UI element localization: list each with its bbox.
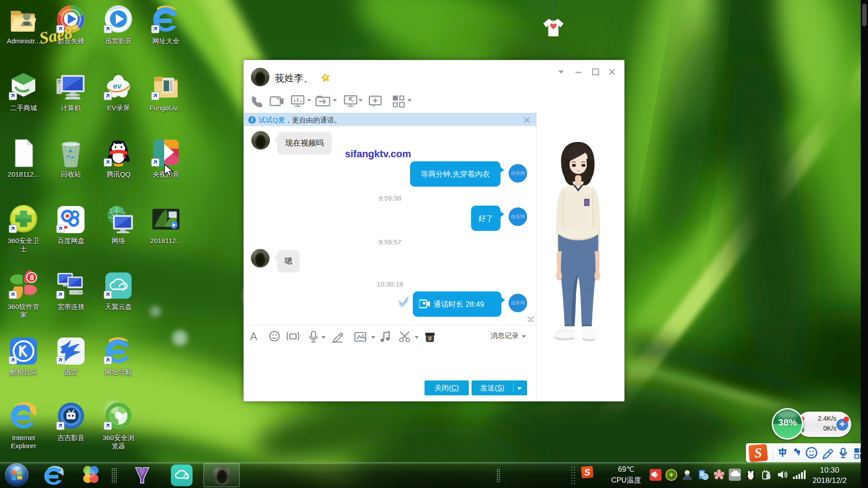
svg-text:A: A [250, 330, 257, 343]
svg-text:8: 8 [30, 274, 34, 282]
svg-text:ev: ev [113, 82, 122, 90]
